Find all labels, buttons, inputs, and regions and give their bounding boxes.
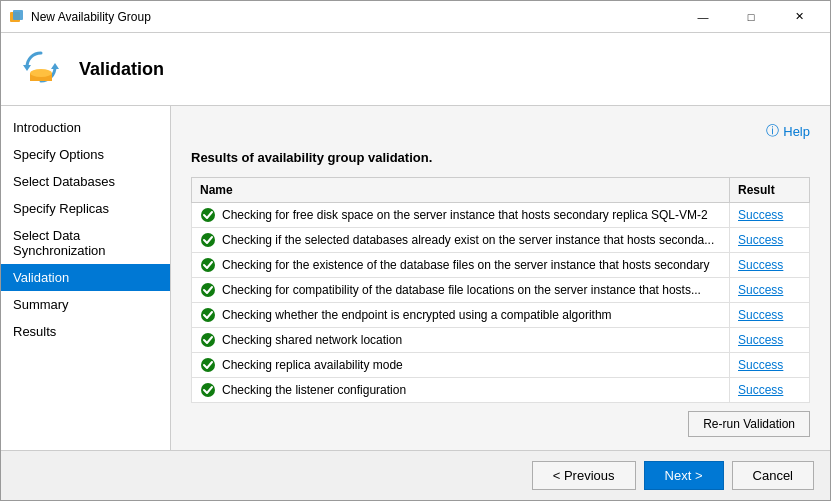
row-name-text: Checking shared network location xyxy=(222,333,402,347)
success-check-icon xyxy=(200,357,216,373)
result-link[interactable]: Success xyxy=(738,233,783,247)
help-section: ⓘ Help xyxy=(191,122,810,140)
result-link[interactable]: Success xyxy=(738,258,783,272)
sidebar-item-specify-replicas[interactable]: Specify Replicas xyxy=(1,195,170,222)
next-button[interactable]: Next > xyxy=(644,461,724,490)
header-icon xyxy=(17,45,65,93)
row-name-cell: Checking replica availability mode xyxy=(192,353,730,378)
success-check-icon xyxy=(200,382,216,398)
row-result-cell: Success xyxy=(730,253,810,278)
svg-marker-3 xyxy=(51,63,59,69)
sidebar-item-select-databases[interactable]: Select Databases xyxy=(1,168,170,195)
window-title: New Availability Group xyxy=(31,10,680,24)
result-link[interactable]: Success xyxy=(738,308,783,322)
help-link[interactable]: ⓘ Help xyxy=(766,122,810,140)
close-button[interactable]: ✕ xyxy=(776,7,822,27)
rerun-validation-button[interactable]: Re-run Validation xyxy=(688,411,810,437)
sidebar-item-select-data-sync[interactable]: Select Data Synchronization xyxy=(1,222,170,264)
row-name-cell: Checking if the selected databases alrea… xyxy=(192,228,730,253)
row-result-cell: Success xyxy=(730,278,810,303)
table-row: Checking replica availability mode Succe… xyxy=(192,353,810,378)
row-name-text: Checking for the existence of the databa… xyxy=(222,258,710,272)
col-result-header: Result xyxy=(730,178,810,203)
svg-point-6 xyxy=(30,69,52,77)
previous-button[interactable]: < Previous xyxy=(532,461,636,490)
success-check-icon xyxy=(200,282,216,298)
svg-rect-1 xyxy=(13,10,23,20)
sidebar-item-results[interactable]: Results xyxy=(1,318,170,345)
footer: < Previous Next > Cancel xyxy=(1,450,830,500)
result-link[interactable]: Success xyxy=(738,283,783,297)
row-result-cell: Success xyxy=(730,303,810,328)
success-check-icon xyxy=(200,257,216,273)
rerun-area: Re-run Validation xyxy=(191,403,810,445)
sidebar: Introduction Specify Options Select Data… xyxy=(1,106,171,450)
success-check-icon xyxy=(200,307,216,323)
success-check-icon xyxy=(200,332,216,348)
table-row: Checking for the existence of the databa… xyxy=(192,253,810,278)
row-name-cell: Checking shared network location xyxy=(192,328,730,353)
row-name-text: Checking for free disk space on the serv… xyxy=(222,208,708,222)
row-result-cell: Success xyxy=(730,378,810,403)
main-window: New Availability Group — □ ✕ Validation … xyxy=(0,0,831,501)
sidebar-item-validation[interactable]: Validation xyxy=(1,264,170,291)
cancel-button[interactable]: Cancel xyxy=(732,461,814,490)
main-content-area: ⓘ Help Results of availability group val… xyxy=(171,106,830,450)
results-description: Results of availability group validation… xyxy=(191,150,810,165)
table-row: Checking for compatibility of the databa… xyxy=(192,278,810,303)
row-name-cell: Checking for the existence of the databa… xyxy=(192,253,730,278)
row-name-cell: Checking for free disk space on the serv… xyxy=(192,203,730,228)
sidebar-item-summary[interactable]: Summary xyxy=(1,291,170,318)
svg-marker-2 xyxy=(23,65,31,71)
row-name-text: Checking replica availability mode xyxy=(222,358,403,372)
result-link[interactable]: Success xyxy=(738,358,783,372)
table-row: Checking if the selected databases alrea… xyxy=(192,228,810,253)
row-name-text: Checking if the selected databases alrea… xyxy=(222,233,714,247)
table-row: Checking shared network location Success xyxy=(192,328,810,353)
sidebar-item-specify-options[interactable]: Specify Options xyxy=(1,141,170,168)
result-link[interactable]: Success xyxy=(738,383,783,397)
row-name-text: Checking whether the endpoint is encrypt… xyxy=(222,308,612,322)
minimize-button[interactable]: — xyxy=(680,7,726,27)
success-check-icon xyxy=(200,232,216,248)
page-header: Validation xyxy=(1,33,830,106)
help-label: Help xyxy=(783,124,810,139)
success-check-icon xyxy=(200,207,216,223)
main-layout: Introduction Specify Options Select Data… xyxy=(1,106,830,450)
row-result-cell: Success xyxy=(730,328,810,353)
row-result-cell: Success xyxy=(730,228,810,253)
result-link[interactable]: Success xyxy=(738,333,783,347)
row-name-text: Checking the listener configuration xyxy=(222,383,406,397)
row-result-cell: Success xyxy=(730,203,810,228)
table-row: Checking for free disk space on the serv… xyxy=(192,203,810,228)
row-name-cell: Checking whether the endpoint is encrypt… xyxy=(192,303,730,328)
help-circle-icon: ⓘ xyxy=(766,122,779,140)
sidebar-item-introduction[interactable]: Introduction xyxy=(1,114,170,141)
table-header-row: Name Result xyxy=(192,178,810,203)
title-bar: New Availability Group — □ ✕ xyxy=(1,1,830,33)
maximize-button[interactable]: □ xyxy=(728,7,774,27)
validation-table: Name Result Checking for free disk space… xyxy=(191,177,810,403)
content-scroll-area: ⓘ Help Results of availability group val… xyxy=(171,106,830,450)
row-name-cell: Checking for compatibility of the databa… xyxy=(192,278,730,303)
window-icon xyxy=(9,9,25,25)
page-title: Validation xyxy=(79,59,164,80)
row-name-cell: Checking the listener configuration xyxy=(192,378,730,403)
row-result-cell: Success xyxy=(730,353,810,378)
title-bar-buttons: — □ ✕ xyxy=(680,7,822,27)
result-link[interactable]: Success xyxy=(738,208,783,222)
table-row: Checking the listener configuration Succ… xyxy=(192,378,810,403)
row-name-text: Checking for compatibility of the databa… xyxy=(222,283,701,297)
table-row: Checking whether the endpoint is encrypt… xyxy=(192,303,810,328)
col-name-header: Name xyxy=(192,178,730,203)
